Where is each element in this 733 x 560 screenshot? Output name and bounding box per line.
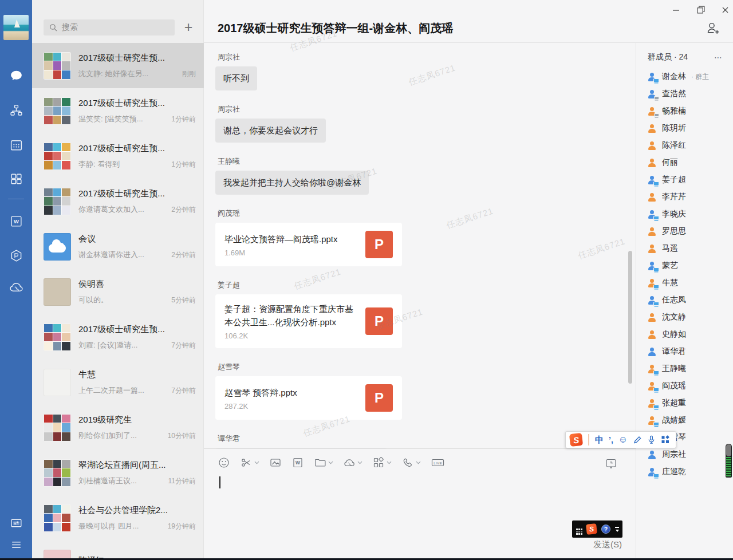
nav-workspace-button[interactable]	[0, 244, 32, 267]
nav-chat-button[interactable]	[0, 64, 32, 87]
window-minimize-button[interactable]	[667, 2, 685, 17]
member-name: 马遥	[662, 243, 678, 254]
window-close-button[interactable]	[716, 2, 733, 17]
call-button[interactable]	[401, 456, 421, 469]
meeting-button[interactable]	[343, 456, 362, 469]
member-row[interactable]: 周宗社	[636, 446, 733, 463]
member-row[interactable]: 任志凤	[636, 291, 733, 309]
send-button[interactable]: 发送(S)	[593, 539, 622, 550]
member-row[interactable]: 王静曦	[636, 360, 733, 377]
volume-handle	[726, 444, 731, 456]
member-status-icon	[648, 468, 657, 476]
member-row[interactable]: 李芹芹	[636, 188, 733, 206]
chat-list-item[interactable]: 会议 谢金林邀请你进入... 2分钟前	[32, 224, 204, 269]
nav-calendar-button[interactable]	[0, 133, 32, 156]
smiley-icon	[218, 456, 230, 469]
nav-contacts-button[interactable]	[0, 98, 32, 121]
phone-icon	[401, 456, 414, 469]
chat-list-item[interactable]: 2019级研究生 刚给你们加到了... 10分钟前	[32, 405, 204, 450]
add-member-button[interactable]	[703, 19, 720, 37]
chat-list-item[interactable]: 2017级硕士研究生预... 温笑笑: [温笑笑预... 1分钟前	[32, 88, 204, 133]
member-row[interactable]: 畅雅楠	[636, 102, 733, 120]
search-input[interactable]: 搜索	[44, 19, 175, 36]
message: 阎茂瑶 毕业论文预答辩—阎茂瑶.pptx 1.69M P	[215, 208, 622, 266]
chat-list-item[interactable]: 2017级硕士研究生预... 沈文静: 她好像在另... 刚刚	[32, 43, 204, 88]
chat-list-item[interactable]: 2017级硕士研究生预... 刘霞: [会议]邀请... 7分钟前	[32, 314, 204, 360]
member-name: 史静如	[662, 329, 686, 340]
live-button[interactable]: LIVE	[431, 456, 445, 469]
member-row[interactable]: 牛慧	[636, 274, 733, 291]
new-chat-button[interactable]: +	[178, 18, 199, 36]
file-card[interactable]: 姜子超：资源配置角度下重庆市基本公共卫生...化现状分析.pptx 106.2K…	[215, 294, 402, 348]
chat-list-item[interactable]: 社会与公共管理学院2... 最晚可以再 四月... 19分钟前	[32, 495, 204, 541]
nav-settings-button[interactable]	[0, 511, 32, 534]
chat-list: 2017级硕士研究生预... 沈文静: 她好像在另... 刚刚 2017级硕士研…	[32, 43, 204, 560]
member-row[interactable]: 史静如	[636, 326, 733, 343]
ime-voice-icon[interactable]	[647, 435, 656, 444]
ime-punctuation-toggle[interactable]: ’,	[609, 436, 613, 444]
chat-preview: 刘霞: [会议]邀请...	[78, 340, 137, 350]
sogou-logo-icon[interactable]: S	[569, 433, 583, 447]
member-row[interactable]: 姜子超	[636, 171, 733, 188]
message-input[interactable]	[211, 474, 629, 529]
chat-list-item[interactable]: 2017级硕士研究生预... 你邀请葛文欢加入... 2分钟前	[32, 179, 204, 224]
ime-handwriting-icon[interactable]	[633, 435, 642, 444]
user-avatar[interactable]	[3, 15, 29, 40]
member-row[interactable]: 陈玥圻	[636, 120, 733, 137]
file-card[interactable]: 赵雪琴 预答辩.pptx 287.2K P	[215, 376, 402, 420]
member-status-icon	[648, 210, 657, 219]
chat-list-item[interactable]: 翠湖论坛直播间(周五... 刘桂楠邀请王议... 11分钟前	[32, 450, 204, 495]
member-row[interactable]: 马遥	[636, 240, 733, 257]
nav-divider	[8, 199, 24, 199]
window-restore-button[interactable]	[692, 2, 710, 17]
member-row[interactable]: 沈文静	[636, 309, 733, 326]
image-button[interactable]	[269, 456, 282, 469]
chat-list-item[interactable]: 2017级硕士研究生预... 李静: 看得到 1分钟前	[32, 133, 204, 179]
chat-time: 11分钟前	[168, 476, 196, 486]
ime-toolbox-icon[interactable]	[661, 435, 670, 444]
members-more-button[interactable]: ⋯	[714, 53, 723, 62]
chat-list-item[interactable]: 侯明喜 可以的。 5分钟前	[32, 269, 204, 314]
nav-docs-button[interactable]: W	[0, 210, 32, 232]
screenshot-button[interactable]	[240, 456, 259, 469]
member-row[interactable]: 蒙艺	[636, 257, 733, 274]
nav-menu-button[interactable]	[0, 533, 32, 556]
keyboard-icon[interactable]	[576, 529, 578, 530]
member-row[interactable]: 李晓庆	[636, 206, 733, 223]
mic-volume-meter[interactable]	[726, 444, 732, 478]
ime-emoji-button[interactable]: ☺	[618, 436, 628, 444]
nav-meeting-button[interactable]	[0, 276, 32, 299]
member-name: 张超重	[662, 398, 686, 408]
doc-button[interactable]: W	[291, 456, 304, 469]
member-row[interactable]: 庄巡乾	[636, 463, 733, 480]
ime-language-toggle[interactable]: 中	[595, 436, 604, 444]
member-row[interactable]: 战婧媛	[636, 412, 733, 429]
chat-time: 7分钟前	[171, 386, 196, 396]
chat-title: 会议	[78, 234, 196, 244]
member-name: 谭华君	[662, 346, 686, 357]
message: 姜子超 姜子超：资源配置角度下重庆市基本公共卫生...化现状分析.pptx 10…	[215, 280, 622, 348]
sogou-logo-icon[interactable]: S	[586, 523, 597, 535]
member-row[interactable]: 陈泽红	[636, 137, 733, 154]
member-row[interactable]: 查浩然	[636, 85, 733, 102]
file-button[interactable]	[314, 456, 333, 469]
chat-list-item[interactable]: 陈泽红	[32, 541, 204, 560]
member-row[interactable]: 何丽	[636, 154, 733, 171]
tray-collapse-button[interactable]	[615, 527, 619, 532]
chat-history-button[interactable]	[605, 458, 617, 472]
file-card[interactable]: 毕业论文预答辩—阎茂瑶.pptx 1.69M P	[215, 223, 402, 266]
member-row[interactable]: 罗思思	[636, 223, 733, 240]
messages-scrollbar[interactable]	[628, 251, 632, 384]
chat-list-item[interactable]: 牛慧 上午二次开题一篇... 7分钟前	[32, 360, 204, 405]
desktop-online-icon	[653, 302, 659, 306]
member-row[interactable]: 张超重	[636, 395, 733, 412]
member-row[interactable]: 阎茂瑶	[636, 377, 733, 395]
emoji-button[interactable]	[218, 456, 230, 469]
member-status-icon	[648, 296, 657, 305]
nav-workbench-button[interactable]	[0, 167, 32, 190]
member-row[interactable]: 谭华君	[636, 343, 733, 360]
apps-button[interactable]	[372, 456, 392, 469]
chat-preview: 上午二次开题一篇...	[78, 385, 144, 396]
help-icon[interactable]: ?	[601, 524, 610, 534]
member-row[interactable]: 谢金林 · 群主	[636, 68, 733, 85]
